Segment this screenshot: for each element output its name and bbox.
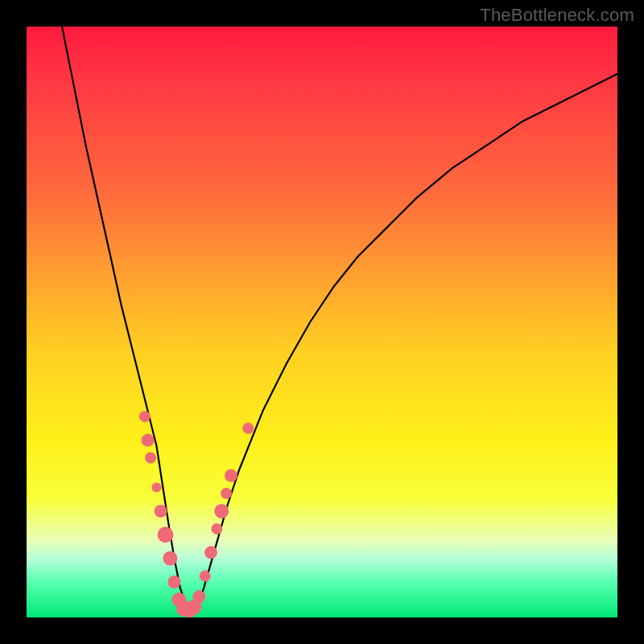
chart-frame: TheBottleneck.com	[0, 0, 644, 644]
watermark-text: TheBottleneck.com	[480, 5, 634, 26]
plot-area	[27, 27, 617, 617]
